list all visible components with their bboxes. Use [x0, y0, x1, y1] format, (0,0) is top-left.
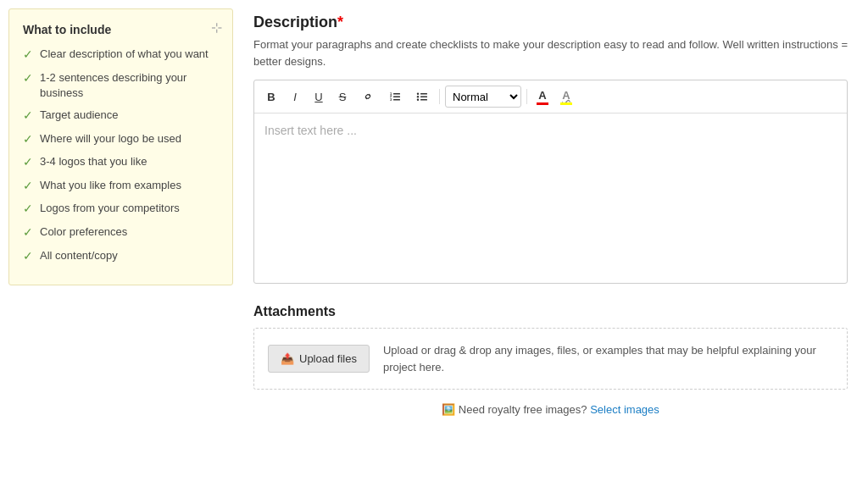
check-icon: ✓: [23, 131, 33, 148]
check-icon: ✓: [23, 178, 33, 195]
svg-rect-8: [420, 99, 427, 101]
sidebar-item-label: Color preferences: [40, 224, 127, 240]
check-icon: ✓: [23, 224, 33, 241]
sidebar-item-label: Where will your logo be used: [40, 131, 181, 147]
font-color-button[interactable]: A: [532, 86, 553, 108]
svg-point-10: [417, 96, 419, 97]
italic-button[interactable]: I: [285, 87, 305, 107]
toolbar-divider: [526, 89, 527, 104]
description-section: Description* Format your paragraphs and …: [253, 14, 848, 284]
attachments-title: Attachments: [253, 304, 848, 319]
upload-button-label: Upload files: [299, 352, 357, 365]
check-icon: ✓: [23, 70, 33, 87]
link-button[interactable]: [356, 87, 380, 106]
list-item: ✓ Target audience: [23, 108, 219, 125]
svg-rect-2: [393, 99, 400, 101]
upload-files-button[interactable]: 📤 Upload files: [268, 345, 370, 373]
svg-rect-1: [393, 97, 400, 98]
list-item: ✓ Logos from your competitors: [23, 201, 219, 218]
required-marker: *: [337, 14, 343, 30]
section-title: Description*: [253, 14, 848, 31]
royalty-line: 🖼️ Need royalty free images? Select imag…: [253, 403, 848, 416]
drag-icon[interactable]: ⊹: [211, 19, 222, 36]
underline-button[interactable]: U: [309, 87, 329, 107]
sidebar-item-label: 1-2 sentences describing your business: [40, 70, 219, 101]
sidebar-item-label: 3-4 logos that you like: [40, 154, 147, 169]
svg-rect-6: [420, 93, 427, 95]
ordered-list-button[interactable]: 1 2 3: [383, 87, 407, 106]
svg-point-11: [417, 99, 419, 101]
royalty-link[interactable]: Select images: [590, 403, 659, 416]
editor-toolbar: B I U S 1 2 3: [254, 80, 847, 113]
attachments-dropzone[interactable]: 📤 Upload files Upload or drag & drop any…: [253, 328, 848, 390]
format-select[interactable]: Normal Heading 1 Heading 2 Heading 3: [445, 86, 521, 108]
upload-icon: 📤: [281, 352, 294, 365]
royalty-emoji: 🖼️: [442, 403, 455, 416]
check-icon: ✓: [23, 154, 33, 171]
check-icon: ✓: [23, 108, 33, 125]
svg-text:3: 3: [390, 97, 392, 102]
sidebar-item-label: Clear description of what you want: [40, 47, 209, 62]
editor-body[interactable]: Insert text here ...: [254, 113, 847, 283]
attachments-section: Attachments 📤 Upload files Upload or dra…: [253, 304, 848, 416]
sidebar-item-label: Target audience: [40, 108, 119, 123]
check-icon: ✓: [23, 47, 33, 64]
check-icon: ✓: [23, 248, 33, 265]
strikethrough-button[interactable]: S: [332, 87, 353, 107]
list-item: ✓ Color preferences: [23, 224, 219, 241]
main-content: Description* Format your paragraphs and …: [233, 0, 868, 498]
bold-button[interactable]: B: [261, 87, 281, 107]
svg-point-9: [417, 93, 419, 95]
rich-text-editor: B I U S 1 2 3: [253, 80, 848, 284]
list-item: ✓ 3-4 logos that you like: [23, 154, 219, 171]
sidebar-item-label: What you like from examples: [40, 178, 181, 193]
what-to-include-sidebar: What to include ⊹ ✓ Clear description of…: [8, 8, 233, 285]
royalty-text: Need royalty free images?: [459, 403, 587, 416]
svg-rect-7: [420, 97, 427, 98]
sidebar-title: What to include: [23, 23, 219, 36]
sidebar-item-label: All content/copy: [40, 248, 118, 263]
list-item: ✓ Where will your logo be used: [23, 131, 219, 148]
sidebar-item-label: Logos from your competitors: [40, 201, 180, 216]
list-item: ✓ What you like from examples: [23, 178, 219, 195]
svg-rect-0: [393, 93, 400, 95]
toolbar-divider: [439, 89, 440, 104]
highlight-button[interactable]: A: [556, 86, 576, 108]
section-description: Format your paragraphs and create checkl…: [253, 36, 848, 69]
list-item: ✓ 1-2 sentences describing your business: [23, 70, 219, 101]
list-item: ✓ All content/copy: [23, 248, 219, 265]
attachments-description: Upload or drag & drop any images, files,…: [383, 342, 833, 375]
list-item: ✓ Clear description of what you want: [23, 47, 219, 64]
unordered-list-button[interactable]: [410, 87, 434, 106]
check-icon: ✓: [23, 201, 33, 218]
